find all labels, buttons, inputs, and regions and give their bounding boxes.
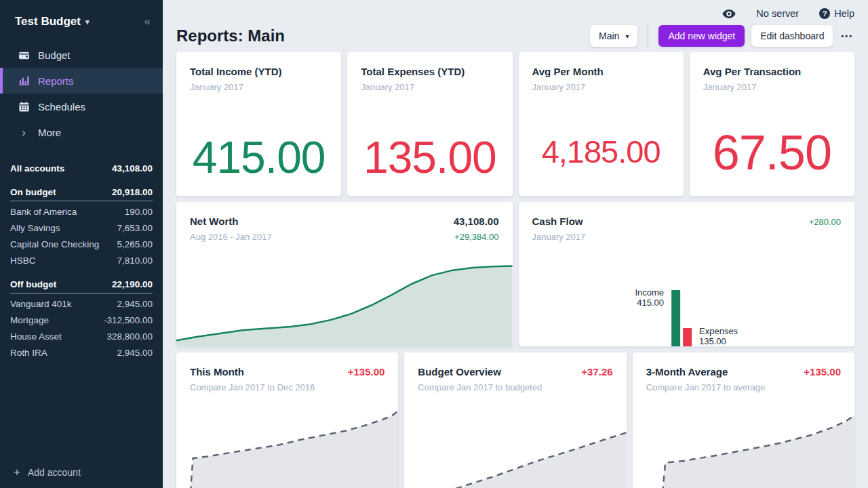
sidebar-item-reports[interactable]: Reports <box>0 68 163 94</box>
account-row[interactable]: Bank of America 190.00 <box>0 203 163 220</box>
cash-flow-net: +280.00 <box>809 217 841 227</box>
sidebar: Test Budget ▾ « Budget Reports Schedules… <box>0 0 163 488</box>
group-balance: 20,918.00 <box>112 187 153 197</box>
kpi-value: 135.00 <box>347 135 512 180</box>
sidebar-item-more[interactable]: › More <box>0 119 163 145</box>
collapse-sidebar-icon[interactable]: « <box>144 15 151 28</box>
widget-title: Avg Per Month <box>532 66 670 77</box>
account-row[interactable]: Roth IRA 2,945.00 <box>0 344 163 361</box>
account-balance: -312,500.00 <box>104 315 153 325</box>
calendar-icon <box>18 101 30 113</box>
sidebar-item-label: Reports <box>38 75 74 87</box>
sidebar-header: Test Budget ▾ « <box>0 0 163 39</box>
widget-title: Budget Overview <box>418 366 501 378</box>
widget-3-month-average[interactable]: 3-Month Average +135.00 Compare Jan 2017… <box>633 352 854 488</box>
budget-overview-chart <box>404 408 626 488</box>
wallet-icon <box>18 49 30 61</box>
widget-period: January 2017 <box>190 82 328 92</box>
widget-avg-per-transaction[interactable]: Avg Per Transaction January 2017 67.50 <box>690 52 854 196</box>
expenses-bar <box>683 328 692 346</box>
group-balance: 22,190.00 <box>112 279 153 289</box>
group-label: Off budget <box>10 279 56 289</box>
add-account-label: Add account <box>28 467 81 478</box>
account-name: Bank of America <box>10 207 77 217</box>
account-row[interactable]: Vanguard 401k 2,945.00 <box>0 296 163 312</box>
sidebar-item-schedules[interactable]: Schedules <box>0 94 163 119</box>
divider <box>648 24 648 48</box>
main-content: No server ? Help Reports: Main Main ▾ Ad… <box>163 0 868 488</box>
dashboard-controls: Main ▾ Add new widget Edit dashboard ••• <box>590 24 854 48</box>
net-worth-area-chart <box>176 261 513 346</box>
widget-budget-overview[interactable]: Budget Overview +37.26 Compare Jan 2017 … <box>404 352 626 488</box>
widget-title: Total Expenses (YTD) <box>361 66 498 77</box>
kpi-row: Total Income (YTD) January 2017 415.00 T… <box>176 52 854 196</box>
add-account-button[interactable]: + Add account <box>0 456 163 488</box>
budget-name: Test Budget <box>15 15 81 28</box>
on-budget-header[interactable]: On budget 20,918.00 <box>10 187 153 201</box>
widget-title: Net Worth <box>190 216 238 227</box>
account-name: All accounts <box>10 163 64 174</box>
account-balance: 43,108.00 <box>112 163 153 174</box>
account-balance: 2,945.00 <box>117 348 153 358</box>
question-icon: ? <box>819 8 830 19</box>
dashboard-select[interactable]: Main ▾ <box>590 25 637 47</box>
all-accounts-row[interactable]: All accounts 43,108.00 <box>0 160 163 176</box>
widget-cash-flow[interactable]: Cash Flow +280.00 January 2017 Income 41… <box>519 202 855 346</box>
account-row[interactable]: House Asset 328,800.00 <box>0 328 163 344</box>
widget-total-income[interactable]: Total Income (YTD) January 2017 415.00 <box>176 52 341 196</box>
sidebar-item-label: More <box>38 127 61 138</box>
budget-name-menu[interactable]: Test Budget ▾ <box>15 15 90 28</box>
account-row[interactable]: Capital One Checking 5,265.00 <box>0 236 163 252</box>
reports-header: Reports: Main Main ▾ Add new widget Edit… <box>176 22 854 50</box>
account-name: House Asset <box>10 331 62 342</box>
widget-period: Aug 2016 - Jan 2017 <box>190 232 272 242</box>
chevron-right-icon: › <box>18 127 30 138</box>
charts-row: Net Worth 43,108.00 Aug 2016 - Jan 2017 … <box>176 202 854 346</box>
accounts-list: All accounts 43,108.00 On budget 20,918.… <box>0 160 163 361</box>
account-balance: 5,265.00 <box>117 239 153 249</box>
bar-chart-icon <box>18 75 30 87</box>
add-widget-button[interactable]: Add new widget <box>658 25 745 47</box>
compare-delta: +135.00 <box>348 366 385 378</box>
widget-net-worth[interactable]: Net Worth 43,108.00 Aug 2016 - Jan 2017 … <box>176 202 513 346</box>
account-balance: 2,945.00 <box>117 299 153 309</box>
kpi-value: 415.00 <box>176 135 341 180</box>
widget-this-month[interactable]: This Month +135.00 Compare Jan 2017 to D… <box>176 352 398 488</box>
off-budget-header[interactable]: Off budget 22,190.00 <box>10 279 153 293</box>
widget-total-expenses[interactable]: Total Expenses (YTD) January 2017 135.00 <box>347 52 512 196</box>
server-status[interactable]: No server <box>756 8 799 19</box>
account-name: Vanguard 401k <box>10 299 72 309</box>
plus-icon: + <box>14 466 20 478</box>
more-options-icon[interactable]: ••• <box>840 28 854 44</box>
widget-period: Compare Jan 2017 to Dec 2016 <box>190 382 384 392</box>
sidebar-item-label: Schedules <box>38 101 85 113</box>
account-name: Ally Savings <box>10 223 60 233</box>
account-row[interactable]: Ally Savings 7,653.00 <box>0 220 163 236</box>
net-worth-change: +29,384.00 <box>454 232 498 242</box>
widget-period: January 2017 <box>703 82 841 92</box>
account-row[interactable]: Mortgage -312,500.00 <box>0 312 163 328</box>
page-title: Reports: Main <box>176 26 285 45</box>
account-balance: 7,653.00 <box>117 223 153 233</box>
caret-down-icon: ▾ <box>85 18 90 26</box>
top-status-bar: No server ? Help <box>176 0 854 20</box>
widget-period: January 2017 <box>532 232 842 242</box>
widget-avg-per-month[interactable]: Avg Per Month January 2017 4,185.00 <box>519 52 684 196</box>
sidebar-item-budget[interactable]: Budget <box>0 42 163 68</box>
kpi-value: 67.50 <box>690 128 854 177</box>
account-name: Capital One Checking <box>10 239 99 249</box>
account-row[interactable]: HSBC 7,810.00 <box>0 252 163 268</box>
help-label: Help <box>834 8 854 19</box>
sidebar-menu: Budget Reports Schedules › More <box>0 42 163 145</box>
widget-period: January 2017 <box>361 82 498 92</box>
edit-dashboard-button[interactable]: Edit dashboard <box>751 25 833 47</box>
account-balance: 190.00 <box>125 207 153 217</box>
compare-delta: +37.26 <box>581 366 612 378</box>
widget-title: Cash Flow <box>532 216 583 227</box>
dashboard-select-label: Main <box>599 30 619 41</box>
caret-down-icon: ▾ <box>625 33 629 40</box>
widget-period: January 2017 <box>532 82 670 92</box>
privacy-eye-icon[interactable] <box>722 9 736 19</box>
account-name: HSBC <box>10 256 36 266</box>
help-button[interactable]: ? Help <box>819 8 854 19</box>
